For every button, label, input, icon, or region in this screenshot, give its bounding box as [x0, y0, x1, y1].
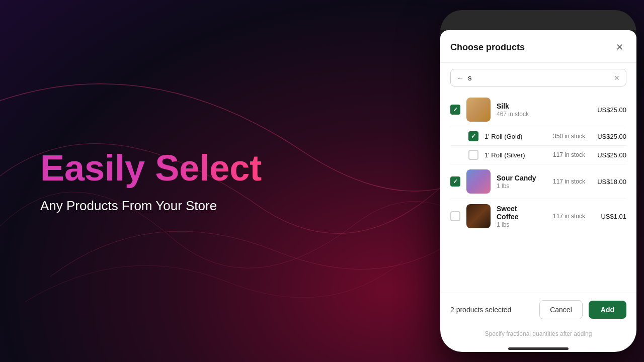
checkbox-sweet-coffee[interactable]	[450, 211, 460, 221]
variant-item-silk-silver[interactable]: 1' Roll (Silver) 117 in stock US$25.00	[440, 146, 636, 164]
search-bar[interactable]: ← ✕	[450, 69, 626, 86]
home-indicator	[508, 347, 569, 350]
add-button[interactable]: Add	[589, 301, 626, 319]
subheadline: Any Products From Your Store	[40, 198, 262, 214]
phone-top-bar	[440, 10, 636, 30]
checkbox-silk[interactable]	[450, 105, 460, 115]
back-arrow-icon[interactable]: ←	[457, 74, 464, 82]
product-picker-modal: Choose products ✕ ← ✕ Silk 467 in stock	[440, 30, 636, 352]
checkbox-sour-candy[interactable]	[450, 176, 460, 187]
product-list: Silk 467 in stock US$25.00 1' Roll (Gold…	[440, 93, 636, 293]
product-thumb-silk	[466, 98, 491, 122]
headline: Easily Select	[40, 148, 262, 188]
product-sub-sweet-coffee: 1 lbs	[497, 221, 539, 228]
modal-header: Choose products ✕	[440, 30, 636, 63]
product-price-sour-candy: US$18.00	[591, 178, 626, 186]
modal-title: Choose products	[450, 42, 525, 53]
product-price-silk: US$25.00	[591, 106, 626, 114]
modal-hint: Specify fractional quantities after addi…	[440, 326, 636, 343]
product-name-sweet-coffee: Sweet Coffee	[497, 205, 539, 221]
product-thumb-sour-candy	[466, 169, 491, 194]
hero-content: Easily Select Any Products From Your Sto…	[40, 148, 262, 214]
product-stock-sweet-coffee: 117 in stock	[545, 213, 585, 220]
product-name-sour-candy: Sour Candy	[497, 174, 539, 182]
phone-wrapper: Choose products ✕ ← ✕ Silk 467 in stock	[433, 0, 644, 362]
product-sub-silk: 467 in stock	[497, 111, 585, 118]
variant-stock-silk-silver: 117 in stock	[545, 151, 585, 158]
checkbox-silk-gold[interactable]	[468, 131, 478, 141]
product-info-sweet-coffee: Sweet Coffee 1 lbs	[497, 205, 539, 228]
product-name-silk: Silk	[497, 102, 585, 110]
modal-footer: 2 products selected Cancel Add	[440, 293, 636, 326]
variant-item-silk-gold[interactable]: 1' Roll (Gold) 350 in stock US$25.00	[440, 127, 636, 145]
product-price-sweet-coffee: US$1.01	[591, 213, 626, 220]
product-info-sour-candy: Sour Candy 1 lbs	[497, 174, 539, 190]
product-thumb-sweet-coffee	[466, 204, 491, 228]
close-button[interactable]: ✕	[612, 40, 626, 54]
product-item-sweet-coffee[interactable]: Sweet Coffee 1 lbs 117 in stock US$1.01	[440, 199, 636, 233]
headline-select: Select	[145, 148, 262, 188]
selected-count: 2 products selected	[450, 306, 533, 314]
variant-price-silk-gold: US$25.00	[591, 133, 626, 140]
product-item-silk[interactable]: Silk 467 in stock US$25.00	[440, 93, 636, 127]
phone-device: Choose products ✕ ← ✕ Silk 467 in stock	[440, 10, 636, 352]
clear-search-icon[interactable]: ✕	[614, 74, 620, 82]
cancel-button[interactable]: Cancel	[539, 300, 583, 319]
variant-name-silk-gold: 1' Roll (Gold)	[485, 133, 539, 140]
variant-name-silk-silver: 1' Roll (Silver)	[485, 151, 539, 159]
product-info-silk: Silk 467 in stock	[497, 102, 585, 118]
product-stock-sour-candy: 117 in stock	[545, 178, 585, 185]
checkbox-silk-silver[interactable]	[468, 150, 478, 160]
product-sub-sour-candy: 1 lbs	[497, 183, 539, 190]
product-item-sour-candy[interactable]: Sour Candy 1 lbs 117 in stock US$18.00	[440, 164, 636, 199]
search-input[interactable]	[468, 73, 610, 82]
headline-easily: Easily	[40, 148, 145, 188]
variant-stock-silk-gold: 350 in stock	[545, 133, 585, 140]
variant-price-silk-silver: US$25.00	[591, 151, 626, 159]
